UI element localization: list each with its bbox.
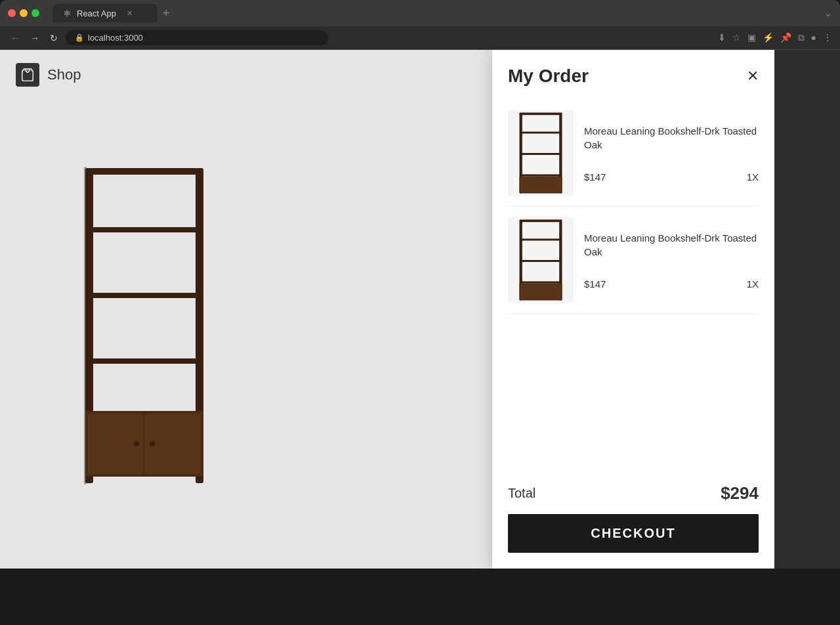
reload-button[interactable]: ↻ [47, 32, 60, 45]
order-item-2: Moreau Leaning Bookshelf-Drk Toasted Oak… [508, 207, 759, 314]
bookshelf-hero-svg [72, 162, 217, 490]
hero-product-image [20, 102, 269, 549]
svg-rect-44 [522, 113, 560, 116]
svg-rect-2 [92, 168, 197, 175]
svg-point-10 [150, 441, 155, 446]
maximize-window-button[interactable] [32, 9, 39, 17]
window-controls: ⌄ [824, 8, 832, 18]
tab-title: React App [77, 9, 116, 18]
svg-rect-11 [84, 167, 87, 485]
traffic-lights [8, 9, 39, 17]
svg-rect-54 [521, 239, 560, 241]
order-item-1: Moreau Leaning Bookshelf-Drk Toasted Oak… [508, 100, 759, 207]
back-button[interactable]: ← [8, 32, 22, 45]
order-item-details-1: Moreau Leaning Bookshelf-Drk Toasted Oak… [584, 124, 759, 183]
tab-close-button[interactable]: ✕ [127, 9, 133, 18]
order-item-qty-1: 1X [747, 171, 759, 183]
shop-title: Shop [47, 66, 81, 83]
download-icon[interactable]: ⬇ [718, 32, 726, 43]
order-total: Total $294 [508, 470, 759, 514]
order-item-image-2 [508, 217, 574, 303]
svg-rect-3 [91, 227, 198, 232]
shop-bag-icon [16, 63, 39, 87]
url-input[interactable]: 🔒 localhost:3000 [66, 30, 328, 45]
svg-rect-45 [521, 132, 560, 134]
order-title: My Order [508, 66, 589, 87]
extensions-icon[interactable]: ⚡ [763, 32, 774, 43]
order-item-details-2: Moreau Leaning Bookshelf-Drk Toasted Oak… [584, 231, 759, 290]
browser-titlebar: ⚛ React App ✕ + ⌄ [0, 0, 840, 26]
url-text: localhost:3000 [88, 33, 143, 43]
svg-rect-55 [521, 260, 561, 262]
order-item-image-1 [508, 110, 574, 196]
app-container: Shop [0, 50, 774, 569]
order-panel: My Order ✕ [492, 50, 774, 569]
screenshot-icon[interactable]: ▣ [747, 32, 756, 43]
order-item-bottom-2: $147 1X [584, 278, 759, 290]
forward-button[interactable]: → [28, 32, 42, 45]
svg-rect-47 [520, 175, 561, 177]
lock-icon: 🔒 [75, 33, 84, 42]
order-item-price-1: $147 [584, 171, 606, 183]
minimize-window-button[interactable] [20, 9, 28, 17]
browser-actions: ⬇ ☆ ▣ ⚡ 📌 ⧉ ● ⋮ [718, 32, 832, 43]
order-item-bottom-1: $147 1X [584, 171, 759, 183]
svg-point-9 [134, 441, 139, 446]
browser-tab[interactable]: ⚛ React App ✕ [52, 4, 158, 22]
address-bar: ← → ↻ 🔒 localhost:3000 ⬇ ☆ ▣ ⚡ 📌 ⧉ ● ⋮ [0, 26, 840, 50]
svg-rect-4 [89, 293, 200, 298]
profile-icon[interactable]: ● [811, 32, 816, 43]
svg-rect-46 [521, 153, 561, 155]
close-order-button[interactable]: ✕ [747, 68, 759, 85]
order-header: My Order ✕ [508, 66, 759, 87]
svg-rect-56 [520, 282, 561, 284]
order-item-price-2: $147 [584, 278, 606, 290]
order-item-name-2: Moreau Leaning Bookshelf-Drk Toasted Oak [584, 231, 759, 259]
close-window-button[interactable] [8, 9, 16, 17]
total-amount: $294 [721, 483, 759, 504]
menu-icon[interactable]: ⋮ [823, 32, 832, 43]
svg-rect-5 [88, 358, 201, 364]
order-items-list: Moreau Leaning Bookshelf-Drk Toasted Oak… [508, 100, 759, 470]
order-item-name-1: Moreau Leaning Bookshelf-Drk Toasted Oak [584, 124, 759, 152]
bookmark-icon[interactable]: ☆ [732, 32, 741, 43]
total-label: Total [508, 486, 536, 501]
new-tab-button[interactable]: + [163, 7, 170, 20]
svg-rect-53 [522, 220, 560, 223]
react-icon: ⚛ [63, 8, 72, 18]
tab-bar: ⚛ React App ✕ + [52, 4, 819, 22]
pin-icon[interactable]: 📌 [780, 32, 791, 43]
order-item-qty-2: 1X [747, 278, 759, 290]
checkout-button[interactable]: CHECKOUT [508, 514, 759, 553]
split-icon[interactable]: ⧉ [798, 32, 805, 43]
